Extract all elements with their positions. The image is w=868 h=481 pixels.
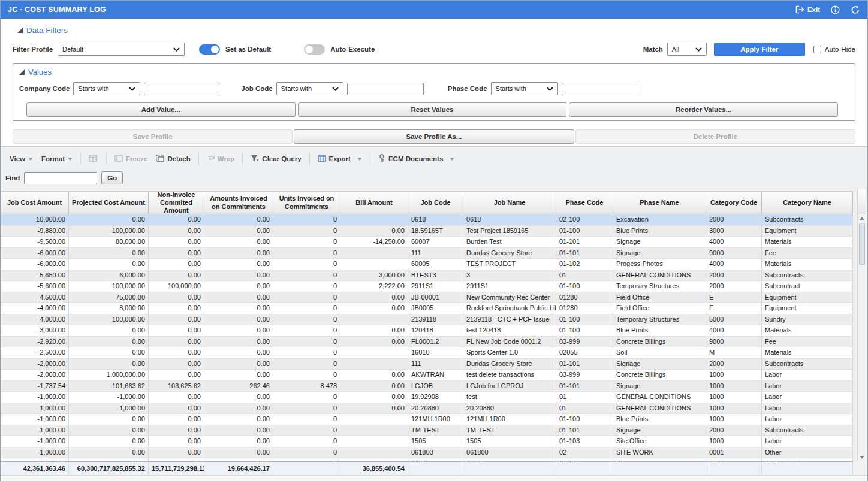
refresh-icon[interactable] bbox=[851, 5, 860, 14]
table-cell[interactable]: LGJOB bbox=[408, 381, 463, 392]
table-cell[interactable]: 0 bbox=[273, 314, 340, 325]
table-cell[interactable]: 0.00 bbox=[149, 270, 204, 281]
column-header[interactable]: Amounts Invoiced on Commitments bbox=[204, 192, 273, 214]
table-cell[interactable]: TM-TEST bbox=[463, 425, 556, 436]
table-cell[interactable]: 0.00 bbox=[69, 337, 149, 347]
table-cell[interactable]: 103,625.62 bbox=[149, 381, 204, 392]
table-cell[interactable]: 2000 bbox=[706, 281, 762, 292]
table-cell[interactable]: LGJob for LGPROJ bbox=[463, 381, 556, 392]
table-cell[interactable]: JB0005 bbox=[408, 303, 463, 314]
table-cell[interactable]: Field Office bbox=[613, 303, 706, 314]
table-cell[interactable]: 1505 bbox=[408, 436, 463, 447]
table-cell[interactable]: 0.00 bbox=[149, 436, 204, 447]
table-cell[interactable] bbox=[706, 462, 762, 476]
table-cell[interactable]: Subcontract bbox=[762, 281, 853, 292]
table-cell[interactable]: -1,000.00 bbox=[1, 392, 69, 403]
company-code-input[interactable] bbox=[144, 83, 219, 95]
column-header[interactable]: Category Name bbox=[762, 192, 853, 214]
table-cell[interactable]: 01-100 bbox=[556, 314, 613, 325]
table-cell[interactable]: 0.00 bbox=[149, 337, 204, 347]
table-cell[interactable]: Blue Prints bbox=[613, 226, 706, 237]
table-cell[interactable]: 0 bbox=[273, 370, 340, 380]
table-cell[interactable]: 061800 bbox=[463, 447, 556, 458]
table-cell[interactable]: -2,920.00 bbox=[1, 337, 69, 347]
table-cell[interactable]: 121MH.1R00 bbox=[463, 414, 556, 425]
job-code-input[interactable] bbox=[347, 83, 424, 95]
table-cell[interactable] bbox=[340, 458, 408, 461]
table-cell[interactable]: Blue Prints bbox=[613, 325, 706, 336]
table-cell[interactable]: Equipment bbox=[762, 303, 853, 314]
table-cell[interactable]: 0.00 bbox=[149, 314, 204, 325]
table-cell[interactable]: Sundry bbox=[762, 314, 853, 325]
table-cell[interactable]: SITE WORK bbox=[613, 447, 706, 458]
table-cell[interactable]: 0.00 bbox=[149, 359, 204, 370]
table-cell[interactable]: 60005 bbox=[408, 259, 463, 270]
table-cell[interactable]: 0.00 bbox=[204, 370, 273, 380]
table-cell[interactable]: test 120418 bbox=[463, 325, 556, 336]
table-cell[interactable]: 4000 bbox=[706, 259, 762, 270]
table-cell[interactable]: 01-101 bbox=[556, 458, 613, 461]
table-cell[interactable]: 0.00 bbox=[340, 303, 408, 314]
ecm-documents-menu[interactable]: ECM Documents bbox=[374, 154, 459, 164]
table-cell[interactable]: 20.20880 bbox=[463, 403, 556, 414]
phase-code-input[interactable] bbox=[562, 83, 638, 95]
table-row[interactable]: -1,000.000.000.000.000TM-TESTTM-TEST01-1… bbox=[1, 425, 853, 437]
table-cell[interactable]: 0 bbox=[273, 425, 340, 436]
table-cell[interactable]: 4000 bbox=[706, 237, 762, 247]
table-cell[interactable]: 0 bbox=[273, 359, 340, 370]
table-row[interactable]: -1,000.000.000.000.0001505150501-103Site… bbox=[1, 436, 853, 447]
data-filters-header[interactable]: Data Filters bbox=[17, 26, 855, 35]
table-cell[interactable]: Labor bbox=[762, 381, 853, 392]
table-cell[interactable]: test delete transactions bbox=[463, 370, 556, 380]
table-cell[interactable]: 100,000.00 bbox=[69, 281, 149, 292]
table-cell[interactable]: 0 bbox=[273, 436, 340, 447]
table-cell[interactable]: FL0001.2 bbox=[408, 337, 463, 347]
table-cell[interactable]: 0 bbox=[273, 303, 340, 314]
match-select[interactable]: All bbox=[667, 43, 707, 56]
table-cell[interactable]: 0618 bbox=[463, 214, 556, 225]
table-cell[interactable]: New Community Rec Center bbox=[463, 292, 556, 303]
table-cell[interactable]: 0.00 bbox=[204, 347, 273, 358]
table-cell[interactable]: 120418 bbox=[408, 325, 463, 336]
table-cell[interactable]: -6,000.00 bbox=[1, 248, 69, 259]
table-cell[interactable]: 0.00 bbox=[204, 425, 273, 436]
table-cell[interactable]: 0001 bbox=[706, 447, 762, 458]
apply-filter-button[interactable]: Apply Filter bbox=[714, 43, 805, 56]
table-cell[interactable]: 0.00 bbox=[340, 403, 408, 414]
table-cell[interactable]: 01280 bbox=[556, 303, 613, 314]
table-cell[interactable]: 0.00 bbox=[69, 458, 149, 461]
table-cell[interactable]: -10,000.00 bbox=[1, 214, 69, 225]
table-cell[interactable]: 2911S1 bbox=[463, 281, 556, 292]
table-cell[interactable]: Progess Photos bbox=[613, 259, 706, 270]
table-row[interactable]: -2,920.000.000.000.0000.00FL0001.2FL New… bbox=[1, 337, 853, 348]
table-cell[interactable] bbox=[762, 462, 853, 476]
table-cell[interactable]: 101,663.62 bbox=[69, 381, 149, 392]
table-cell[interactable]: 4000 bbox=[706, 325, 762, 336]
table-row[interactable]: -1,000.00-1,000.000.000.0000.0019.92908t… bbox=[1, 392, 853, 403]
table-cell[interactable]: 121MH.1R00 bbox=[408, 414, 463, 425]
table-cell[interactable]: Labor bbox=[762, 392, 853, 403]
table-cell[interactable]: Test Project 1859165 bbox=[463, 226, 556, 237]
table-cell[interactable]: 2000 bbox=[706, 425, 762, 436]
table-cell[interactable]: 0.00 bbox=[69, 347, 149, 358]
table-cell[interactable]: 36,855,400.54 bbox=[340, 462, 408, 476]
auto-hide-checkbox[interactable] bbox=[813, 46, 821, 53]
table-cell[interactable]: 0.00 bbox=[69, 248, 149, 259]
column-header[interactable]: Units Invoiced on Commitments bbox=[273, 192, 340, 214]
table-cell[interactable]: 0.00 bbox=[340, 381, 408, 392]
table-cell[interactable]: 0.00 bbox=[149, 226, 204, 237]
table-cell[interactable]: 01-101 bbox=[556, 381, 613, 392]
table-cell[interactable]: GENERAL CONDITIONS bbox=[613, 403, 706, 414]
table-cell[interactable]: 0 bbox=[273, 226, 340, 237]
table-cell[interactable]: 0.00 bbox=[204, 403, 273, 414]
table-cell[interactable]: 42,361,363.46 bbox=[1, 462, 69, 476]
table-cell[interactable]: 0.00 bbox=[204, 237, 273, 247]
table-row[interactable]: -4,500.0075,000.000.000.0000.00JB-00001N… bbox=[1, 292, 853, 304]
table-row[interactable]: -4,000.008,000.000.000.0000.00JB0005Rock… bbox=[1, 303, 853, 314]
table-cell[interactable]: 01-100 bbox=[556, 325, 613, 336]
table-cell[interactable]: Signage bbox=[613, 425, 706, 436]
table-row[interactable]: -9,500.0080,000.000.000.000-14,250.00600… bbox=[1, 237, 853, 248]
table-cell[interactable]: 8.478 bbox=[273, 381, 340, 392]
table-cell[interactable]: 0.00 bbox=[204, 270, 273, 281]
table-cell[interactable]: FL New Job Code 0001.2 bbox=[463, 337, 556, 347]
